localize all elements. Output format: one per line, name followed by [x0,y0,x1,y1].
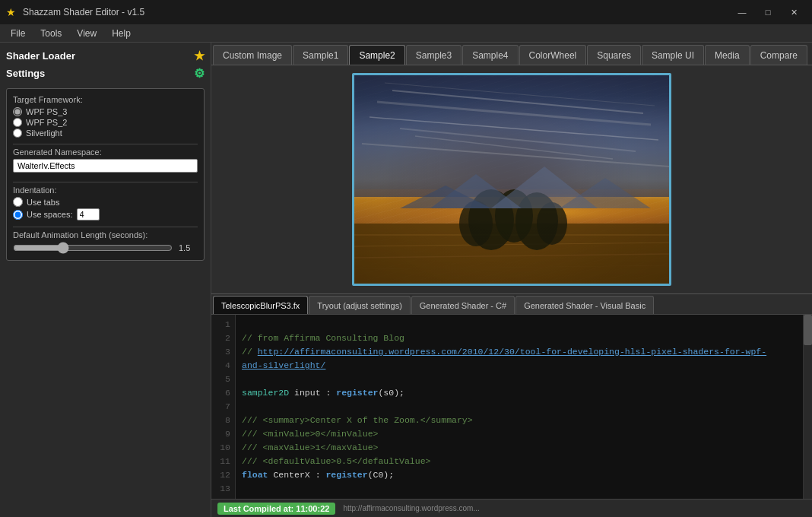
tab-generated-csharp[interactable]: Generated Shader - C# [411,296,515,314]
code-line-6: /// <summary>Center X of the Zoom.</summ… [242,415,473,425]
image-canvas [354,75,669,284]
line-num-9: 9 [211,427,235,441]
compiled-status: Last Compiled at: 11:00:22 [217,503,335,515]
line-numbers: 1 2 3 4 5 6 7 8 9 10 11 12 13 14 [211,315,236,499]
tab-compare[interactable]: Compare [750,45,807,65]
sidebar: Shader Loader ★ Settings ⚙ Target Framew… [0,43,211,517]
menu-file[interactable]: File [3,27,33,40]
settings-header: Settings ⚙ [6,66,205,81]
tab-media[interactable]: Media [705,45,750,65]
minimize-button[interactable]: — [730,5,754,20]
tab-sample2[interactable]: Sample2 [349,45,404,65]
tab-generated-vb[interactable]: Generated Shader - Visual Basic [515,296,654,314]
titlebar: ★ Shazzam Shader Editor - v1.5 — □ ✕ [0,0,812,24]
settings-panel: Target Framework: WPF PS_3 WPF PS_2 Silv… [6,88,205,261]
radio-use-tabs[interactable]: Use tabs [13,197,198,207]
code-line-4: sampler2D input : register(s0); [242,388,404,398]
code-line-10: float CenterX : register(C0); [242,470,394,480]
code-link[interactable]: http://affirmaconsulting.wordpress.com/2… [258,347,766,357]
line-num-4: 4 [211,359,235,373]
tab-fx-file[interactable]: TelescopicBlurPS3.fx [213,296,308,314]
image-frame [352,73,671,286]
target-framework-group: WPF PS_3 WPF PS_2 Silverlight [13,107,198,138]
indentation-group: Use tabs Use spaces: [13,197,198,220]
scrollbar-vertical[interactable] [803,315,812,499]
settings-icon: ⚙ [194,66,205,81]
animation-slider[interactable] [13,242,173,254]
line-num-6: 6 [211,386,235,400]
svg-rect-0 [354,75,671,197]
svg-point-14 [468,189,514,250]
svg-marker-21 [400,186,491,208]
divider-3 [13,227,198,227]
tab-sample4[interactable]: Sample4 [462,45,518,65]
line-num-2: 2 [211,331,235,345]
maximize-button[interactable]: □ [756,5,780,20]
line-num-3: 3 [211,345,235,359]
menu-tools[interactable]: Tools [33,27,69,40]
tab-sample1[interactable]: Sample1 [293,45,348,65]
line-num-7: 7 [211,400,235,414]
app-icon: ★ [6,6,18,18]
shader-loader-label: Shader Loader [6,50,75,62]
line-num-8: 8 [211,414,235,427]
tab-custom-image[interactable]: Custom Image [213,45,292,65]
svg-line-6 [385,83,655,106]
spaces-count-input[interactable] [77,208,100,220]
top-tabs: Custom Image Sample1 Sample2 Sample3 Sam… [211,43,812,65]
namespace-label: Generated Namespace: [13,147,198,157]
tab-sample-ui[interactable]: Sample UI [642,45,704,65]
app-title: Shazzam Shader Editor - v1.5 [23,7,730,17]
svg-rect-8 [354,189,671,227]
tab-sample3[interactable]: Sample3 [406,45,462,65]
tab-tryout[interactable]: Tryout (adjust settings) [309,296,410,314]
svg-point-17 [459,201,493,246]
svg-line-1 [392,90,643,113]
code-line-8: /// <maxValue>1</maxValue> [242,442,378,452]
code-line-2: // http://affirmaconsulting.wordpress.co… [242,347,766,370]
svg-rect-9 [354,224,671,286]
svg-line-7 [415,136,613,159]
svg-point-16 [515,192,558,250]
line-num-13: 13 [211,482,235,496]
line-num-5: 5 [211,373,235,386]
line-num-10: 10 [211,441,235,455]
svg-line-3 [370,117,658,140]
line-num-1: 1 [211,318,235,331]
svg-line-5 [362,144,670,167]
animation-slider-row: 1.5 [13,242,198,254]
close-button[interactable]: ✕ [782,5,806,20]
tab-squares[interactable]: Squares [587,45,641,65]
line-num-11: 11 [211,455,235,468]
code-link-2[interactable]: and-silverlight/ [242,360,325,370]
bottom-tabs: TelescopicBlurPS3.fx Tryout (adjust sett… [211,293,812,315]
svg-line-13 [354,265,671,269]
svg-marker-22 [560,178,651,208]
scrollbar-thumb[interactable] [804,315,812,345]
namespace-input[interactable] [13,159,198,173]
radio-wpf-ps3[interactable]: WPF PS_3 [13,107,198,116]
settings-label: Settings [6,68,45,79]
radio-use-spaces[interactable]: Use spaces: [13,208,198,220]
main-layout: Shader Loader ★ Settings ⚙ Target Framew… [0,43,812,517]
menu-help[interactable]: Help [104,27,138,40]
radio-silverlight[interactable]: Silverlight [13,128,198,138]
code-editor: 1 2 3 4 5 6 7 8 9 10 11 12 13 14 // from… [211,315,812,499]
svg-marker-19 [430,174,522,208]
statusbar: Last Compiled at: 11:00:22 http://affirm… [211,499,812,517]
code-line-7: /// <minValue>0</minValue> [242,429,378,439]
menu-view[interactable]: View [69,27,104,40]
tab-colorwheel[interactable]: ColorWheel [519,45,587,65]
image-area [211,65,812,293]
divider-2 [13,182,198,182]
shader-loader-header: Shader Loader ★ [6,49,205,63]
code-line-1: // from Affirma Consulting Blog [242,333,404,343]
svg-marker-20 [491,167,598,208]
status-url: http://affirmaconsulting.wordpress.com..… [343,504,479,512]
menubar: File Tools View Help [0,24,812,43]
line-num-12: 12 [211,468,235,482]
code-content[interactable]: // from Affirma Consulting Blog // http:… [236,315,803,499]
svg-line-12 [354,254,671,258]
radio-wpf-ps2[interactable]: WPF PS_2 [13,118,198,127]
divider-1 [13,144,198,144]
